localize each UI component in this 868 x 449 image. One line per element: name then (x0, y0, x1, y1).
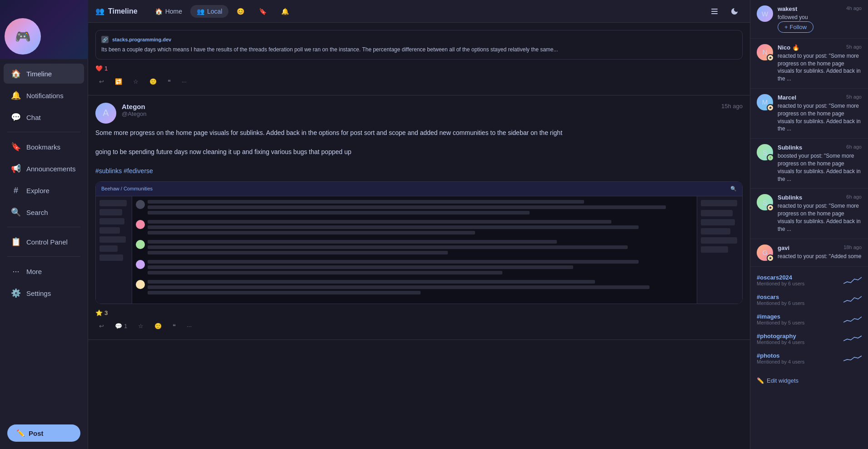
preview-header: 🔗 stacks.programming.dev (101, 36, 737, 43)
emoji-react-button[interactable]: 🙂 (146, 75, 160, 88)
post-header: A Ategon @Ategon 15h ago (95, 103, 743, 124)
post-image: Beehaw / Communities 🔍 (95, 181, 743, 304)
sidebar-item-search[interactable]: 🔍 Search (4, 202, 84, 222)
sidebar-item-label: Control Panel (26, 238, 68, 246)
star-badge: ★ (767, 54, 774, 61)
post-tags[interactable]: #sublinks #fediverse (95, 167, 153, 175)
theme-toggle-button[interactable] (726, 3, 743, 20)
edit-widgets-label: Edit widgets (767, 377, 799, 384)
trending-tag: #oscars2024 (757, 274, 804, 281)
sidebar-banner: 🎮 (0, 0, 88, 59)
tab-label: Home (165, 8, 182, 15)
trending-tag: #images (757, 313, 804, 320)
trending-item-3[interactable]: #images Mentioned by 5 users (750, 309, 868, 329)
notif-username: Marcel (778, 94, 796, 101)
trending-item-4[interactable]: #photography Mentioned by 4 users (750, 329, 868, 349)
follow-button[interactable]: + Follow (778, 21, 813, 33)
sidebar-item-notifications[interactable]: 🔔 Notifications (4, 85, 84, 105)
star-icon: ⭐ (95, 309, 103, 316)
trend-chart-icon (843, 334, 862, 343)
trending-section: #oscars2024 Mentioned by 6 users #oscars… (750, 267, 868, 372)
tab-local[interactable]: 👥 Local (190, 5, 228, 18)
sidebar-item-more[interactable]: ··· More (4, 261, 84, 281)
search-icon: 🔍 (11, 207, 21, 217)
sidebar-item-settings[interactable]: ⚙️ Settings (4, 283, 84, 303)
sidebar-item-label: Settings (26, 289, 51, 297)
trending-count: Mentioned by 4 users (757, 359, 804, 364)
post-time: 15h ago (721, 103, 743, 110)
sidebar-item-label: Chat (26, 114, 41, 121)
more-actions-button-2[interactable]: ··· (183, 320, 195, 332)
notif-action-text: reacted to your post: (778, 253, 827, 259)
post-button[interactable]: ✏️ Post (7, 424, 80, 442)
notif-action: followed you (778, 14, 862, 21)
sidebar-item-bookmarks[interactable]: 🔖 Bookmarks (4, 137, 84, 157)
star-badge: ★ (767, 204, 774, 211)
explore-icon: # (11, 185, 21, 195)
notif-action: reacted to your post: "Some more progres… (778, 202, 862, 233)
notif-action-text: reacted to your post: (778, 53, 827, 59)
more-icon: ··· (11, 266, 21, 276)
comment-count: 1 (124, 323, 127, 329)
reaction-number: 1 (104, 65, 108, 72)
trending-item-2[interactable]: #oscars Mentioned by 6 users (750, 290, 868, 309)
undo-button[interactable]: ↩ (95, 75, 108, 88)
more-actions-button[interactable]: ··· (178, 75, 190, 88)
bookmark-tab-icon: 🔖 (259, 8, 267, 15)
notification-item: M ★ Marcel 5h ago reacted to your post: … (750, 89, 868, 139)
sidebar-item-explore[interactable]: # Explore (4, 180, 84, 200)
emoji-react-button-2[interactable]: 🙂 (151, 320, 165, 332)
source-domain: stacks.programming.dev (112, 37, 171, 42)
trending-item-1[interactable]: #oscars2024 Mentioned by 6 users (750, 270, 868, 290)
header-tabs: 🏠 Home 👥 Local 😊 🔖 🔔 (149, 5, 296, 18)
pencil-icon: ✏️ (757, 377, 764, 384)
notif-action: boosted your post: "Some more progress o… (778, 152, 862, 183)
header-actions (706, 3, 743, 20)
notif-username: Sublinks (778, 144, 802, 151)
timeline-icon: 👥 (95, 7, 104, 15)
page-title: Timeline (108, 7, 138, 15)
tab-bookmark[interactable]: 🔖 (253, 5, 273, 18)
tab-notification[interactable]: 🔔 (275, 5, 295, 18)
trending-item-5[interactable]: #photos Mentioned by 4 users (750, 349, 868, 368)
trending-count: Mentioned by 6 users (757, 300, 804, 306)
trend-chart-icon (843, 314, 862, 324)
star-button-2[interactable]: ☆ (134, 320, 147, 332)
trend-chart-icon (843, 354, 862, 363)
tab-home[interactable]: 🏠 Home (149, 5, 188, 18)
post-meta: Ategon @Ategon (122, 103, 716, 117)
post-actions-2: ↩ 💬 1 ☆ 🙂 ❝ ··· (95, 320, 743, 332)
trending-count: Mentioned by 4 users (757, 339, 804, 345)
notif-time: 5h ago (846, 94, 862, 100)
notif-username: gavi (778, 244, 789, 251)
list-icon (710, 7, 719, 15)
list-view-button[interactable] (706, 3, 723, 20)
sidebar-item-announcements[interactable]: 📢 Announcements (4, 159, 84, 179)
sidebar-item-label: Announcements (26, 165, 75, 173)
sidebar-item-label: More (26, 268, 42, 275)
quote-button-2[interactable]: ❝ (169, 320, 179, 332)
reaction-count: ❤️ 1 (95, 65, 743, 72)
reply-button[interactable]: 💬 1 (111, 320, 131, 332)
tab-emoji[interactable]: 😊 (230, 5, 251, 18)
notif-action: reacted to your post: "Some more progres… (778, 102, 862, 133)
star-number: 3 (104, 309, 108, 316)
notif-action: reacted to your post: "Added some (778, 253, 862, 260)
post-text-p1: Some more progress on the home page visu… (95, 128, 743, 138)
edit-widgets-button[interactable]: ✏️ Edit widgets (750, 372, 868, 389)
sidebar-item-chat[interactable]: 💬 Chat (4, 107, 84, 127)
undo-button-2[interactable]: ↩ (95, 320, 108, 332)
link-preview-card[interactable]: 🔗 stacks.programming.dev Its been a coup… (95, 30, 743, 60)
home-icon: 🏠 (11, 69, 21, 79)
post-handle: @Ategon (122, 110, 716, 117)
quote-button[interactable]: ❝ (164, 75, 174, 88)
sidebar-item-control-panel[interactable]: 📋 Control Panel (4, 232, 84, 252)
star-button[interactable]: ☆ (129, 75, 142, 88)
trend-chart-icon (843, 275, 862, 284)
post-pen-icon: ✏️ (16, 429, 25, 437)
sidebar-item-timeline[interactable]: 🏠 Timeline (4, 64, 84, 84)
trending-count: Mentioned by 6 users (757, 281, 804, 286)
svg-rect-0 (711, 9, 718, 10)
trending-count: Mentioned by 5 users (757, 320, 804, 325)
boost-button[interactable]: 🔁 (111, 75, 126, 88)
